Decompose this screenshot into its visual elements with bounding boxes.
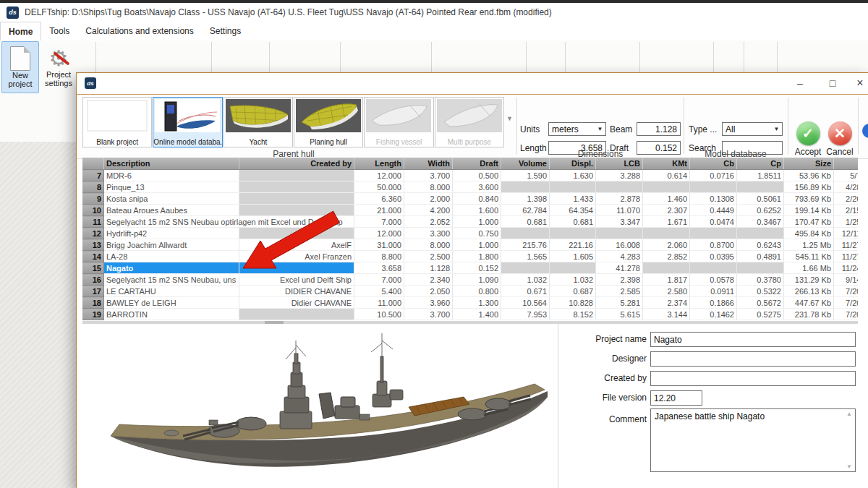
cell[interactable]: 1.66 Mb: [784, 262, 834, 274]
cell[interactable]: 3.658: [354, 262, 404, 274]
cell[interactable]: DIDIER CHAVANE: [239, 286, 354, 297]
cell[interactable]: 53.96 Kb: [784, 170, 834, 181]
cell[interactable]: [690, 181, 737, 193]
cell[interactable]: 0.152: [453, 262, 501, 274]
cell[interactable]: 8.152: [550, 309, 596, 320]
parent-hull-thumbnail-2[interactable]: Yacht: [224, 97, 293, 147]
cell[interactable]: 0.8700: [690, 239, 737, 251]
parent-hull-thumbnail-5[interactable]: Multi purpose: [435, 97, 504, 147]
created-by-input[interactable]: [650, 371, 856, 386]
cell[interactable]: 16.008: [596, 239, 643, 251]
cell[interactable]: 2.340: [404, 274, 453, 286]
cell[interactable]: [239, 205, 354, 216]
cell[interactable]: 2.585: [596, 286, 643, 297]
cell[interactable]: 1.300: [453, 297, 501, 309]
cell[interactable]: 0.681: [501, 216, 550, 228]
cell[interactable]: 11.000: [354, 297, 404, 309]
cell[interactable]: 2/26/2021: [834, 193, 859, 205]
designer-input[interactable]: [650, 351, 856, 367]
cell[interactable]: 31.000: [354, 239, 404, 251]
help-icon[interactable]: [862, 124, 868, 138]
cell[interactable]: 1/25/2021: [834, 216, 859, 228]
accept-button[interactable]: ✓ Accept: [792, 121, 824, 157]
cell-description[interactable]: LE CARTAHU: [104, 286, 239, 297]
cell[interactable]: 793.69 Kb: [784, 193, 834, 205]
cell[interactable]: 1.000: [453, 216, 501, 228]
table-row[interactable]: 7MDR-612.0003.7000.5001.5901.6303.2880.6…: [82, 170, 858, 181]
table-row[interactable]: 15Nagato3.6581.1280.15241.2781.66 Mb11/2…: [82, 262, 858, 274]
cell[interactable]: [643, 181, 690, 193]
project-name-input[interactable]: [650, 332, 856, 347]
scroll-up-icon[interactable]: ▲: [846, 411, 852, 417]
cell[interactable]: 3.960: [404, 297, 453, 309]
cell[interactable]: 0.5061: [737, 193, 784, 205]
menu-calculations[interactable]: Calculations and extensions: [77, 22, 201, 40]
row-number[interactable]: 10: [82, 205, 104, 216]
cell[interactable]: 2.060: [643, 239, 690, 251]
cell[interactable]: 5.281: [596, 297, 643, 309]
cell[interactable]: [737, 228, 784, 239]
column-header-cp[interactable]: Cp: [737, 158, 784, 170]
new-project-button[interactable]: New project: [1, 41, 39, 93]
cell[interactable]: 0.671: [501, 286, 550, 297]
table-row[interactable]: 8Pinque_1350.0008.0003.600156.89 Kb4/28/…: [82, 181, 858, 193]
cell-description[interactable]: Segelyacht 15 m2 SNS Neubau optirlagen m…: [104, 216, 239, 228]
parent-hull-thumbnail-4[interactable]: Fishing vessel: [364, 97, 433, 147]
cell[interactable]: 2.050: [404, 286, 453, 297]
cell-description[interactable]: MDR-6: [104, 170, 239, 181]
title-bar[interactable]: ds DELFTship: D:\Ships\Tug Boats\Navajo …: [0, 3, 868, 22]
cell[interactable]: 1.032: [550, 274, 596, 286]
cell[interactable]: Axel Franzen: [239, 251, 354, 262]
cell[interactable]: 1.8511: [737, 170, 784, 181]
table-row[interactable]: 17LE CARTAHUDIDIER CHAVANE5.4002.0500.80…: [82, 286, 858, 297]
cell[interactable]: [550, 181, 596, 193]
cell[interactable]: [550, 262, 596, 274]
cell[interactable]: 0.6243: [737, 239, 784, 251]
cell[interactable]: 3.600: [453, 181, 501, 193]
cell[interactable]: 2.852: [643, 251, 690, 262]
cell[interactable]: 7.953: [501, 309, 550, 320]
cell-description[interactable]: Kosta snipa: [104, 193, 239, 205]
cell-description[interactable]: BARROTIN: [104, 309, 239, 320]
cell[interactable]: 156.89 Kb: [784, 181, 834, 193]
cell[interactable]: 5.400: [354, 286, 404, 297]
row-number[interactable]: 19: [82, 309, 104, 320]
file-version-input[interactable]: [650, 390, 702, 406]
parent-hull-thumbnail-0[interactable]: Blank project: [82, 97, 152, 147]
cell[interactable]: 1.817: [643, 274, 690, 286]
cell[interactable]: 10.500: [354, 309, 404, 320]
cell[interactable]: 2/15/2021: [834, 205, 859, 216]
cell-description[interactable]: Brigg Joachim Allwardt: [104, 239, 239, 251]
cell[interactable]: 0.5672: [737, 297, 784, 309]
cell[interactable]: [501, 262, 550, 274]
scroll-down-icon[interactable]: ▼: [846, 463, 852, 470]
cell[interactable]: 2.580: [643, 286, 690, 297]
cell-description[interactable]: Bateau Aroues Aaubes: [104, 205, 239, 216]
cell[interactable]: 21.000: [354, 205, 404, 216]
cell[interactable]: 0.5322: [737, 286, 784, 297]
comment-textarea[interactable]: Japanese battle ship Nagato ▲ ▼: [650, 408, 856, 472]
cell[interactable]: 10.828: [550, 297, 596, 309]
cell[interactable]: [690, 228, 737, 239]
table-row[interactable]: 18BAWLEY de LEIGHDidier CHAVANE11.0003.9…: [82, 297, 858, 309]
cell[interactable]: 11/27/2020: [834, 239, 859, 251]
cell[interactable]: 0.0474: [690, 216, 737, 228]
cell[interactable]: 1.032: [501, 274, 550, 286]
column-header-date[interactable]: Date: [834, 158, 859, 170]
cell[interactable]: 1.25 Mb: [784, 239, 834, 251]
cell[interactable]: 0.6252: [737, 205, 784, 216]
row-number[interactable]: 15: [82, 262, 104, 274]
cell[interactable]: 6.360: [354, 193, 404, 205]
cell[interactable]: 8.800: [354, 251, 404, 262]
table-row[interactable]: 16Segelyacht 15 m2 SNS Neubau, unsExcel …: [82, 274, 858, 286]
cell[interactable]: 0.4449: [690, 205, 737, 216]
column-header-row-number[interactable]: [82, 158, 104, 170]
cell-description[interactable]: Nagato: [104, 262, 239, 274]
cell[interactable]: 3.288: [596, 170, 643, 181]
cell[interactable]: 64.354: [550, 205, 596, 216]
horizontal-scrollbar[interactable]: [82, 321, 858, 324]
cell[interactable]: 12.000: [354, 228, 404, 239]
cell[interactable]: 0.0395: [690, 251, 737, 262]
cell[interactable]: 495.84 Kb: [784, 228, 834, 239]
cell[interactable]: 3.700: [404, 170, 453, 181]
